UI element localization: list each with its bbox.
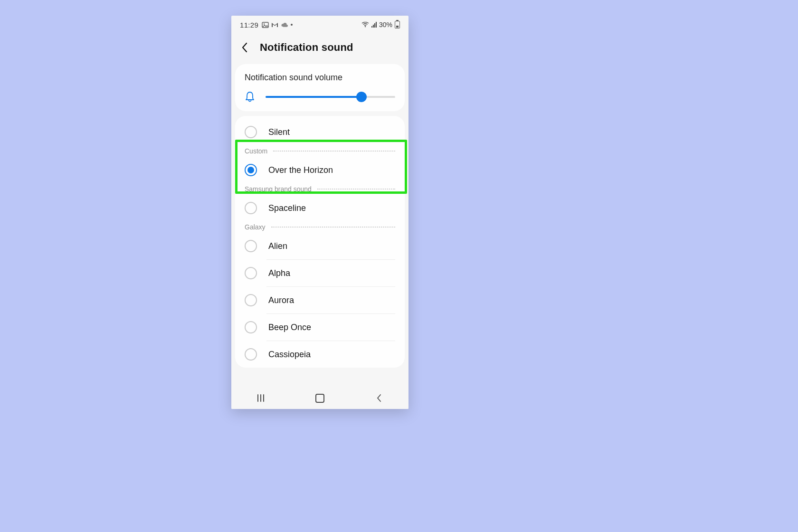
section-header-samsung: Samsung brand sound <box>235 183 405 195</box>
battery-icon <box>395 21 400 28</box>
image-icon <box>262 22 269 28</box>
radio-unchecked-icon <box>245 294 257 306</box>
sound-option-alien[interactable]: Alien <box>235 233 405 259</box>
more-notifications-dot-icon <box>291 24 293 26</box>
section-divider-dots <box>273 151 395 152</box>
status-time: 11:29 <box>240 21 258 29</box>
phone-frame: 11:29 30% <box>231 16 408 409</box>
sound-option-cassiopeia[interactable]: Cassiopeia <box>235 341 405 368</box>
sound-option-label: Alpha <box>268 268 290 278</box>
sound-option-alpha[interactable]: Alpha <box>235 260 405 286</box>
section-label: Custom <box>245 147 267 155</box>
section-label: Samsung brand sound <box>245 185 312 193</box>
section-label: Galaxy <box>245 223 266 231</box>
sound-option-spaceline[interactable]: Spaceline <box>235 195 405 221</box>
volume-label: Notification sound volume <box>245 73 395 83</box>
section-header-galaxy: Galaxy <box>235 221 405 233</box>
slider-track-fill <box>266 96 361 98</box>
volume-slider[interactable] <box>266 93 395 101</box>
sound-option-over-the-horizon[interactable]: Over the Horizon <box>235 157 405 183</box>
app-header: Notification sound <box>231 34 408 61</box>
slider-thumb[interactable] <box>356 92 367 102</box>
android-nav-bar <box>231 387 408 409</box>
home-icon <box>315 394 324 403</box>
sound-option-label: Over the Horizon <box>268 165 333 175</box>
bell-icon <box>245 91 255 103</box>
sound-option-silent[interactable]: Silent <box>235 119 405 145</box>
sound-option-label: Beep Once <box>268 323 311 332</box>
cloud-icon <box>281 22 288 28</box>
volume-card: Notification sound volume <box>235 64 405 111</box>
signal-icon <box>371 22 377 28</box>
battery-percent: 30% <box>379 21 392 28</box>
sound-option-beep-once[interactable]: Beep Once <box>235 314 405 341</box>
sound-option-label: Alien <box>268 241 287 251</box>
radio-unchecked-icon <box>245 240 257 252</box>
sound-option-label: Aurora <box>268 295 294 305</box>
status-right: 30% <box>361 21 400 28</box>
sound-option-label: Cassiopeia <box>268 350 311 360</box>
radio-unchecked-icon <box>245 348 257 361</box>
page-title: Notification sound <box>260 41 353 54</box>
nav-recents-button[interactable] <box>247 390 275 406</box>
status-bar: 11:29 30% <box>231 16 408 34</box>
sound-option-label: Silent <box>268 127 290 137</box>
gmail-icon <box>271 22 278 28</box>
recents-icon <box>257 394 264 402</box>
sound-option-aurora[interactable]: Aurora <box>235 287 405 314</box>
svg-point-1 <box>264 23 265 24</box>
status-left: 11:29 <box>240 21 293 29</box>
radio-unchecked-icon <box>245 202 257 214</box>
status-notif-icons <box>262 22 293 28</box>
radio-unchecked-icon <box>245 321 257 333</box>
nav-home-button[interactable] <box>305 390 334 406</box>
radio-checked-icon <box>245 164 257 176</box>
svg-point-2 <box>365 26 366 27</box>
section-header-custom: Custom <box>235 145 405 157</box>
sound-list-card: Silent Custom Over the Horizon Samsung b… <box>235 116 405 368</box>
nav-back-button[interactable] <box>365 390 393 406</box>
radio-unchecked-icon <box>245 267 257 279</box>
sound-option-label: Spaceline <box>268 203 306 213</box>
radio-unchecked-icon <box>245 126 257 138</box>
chevron-left-icon <box>376 394 382 402</box>
wifi-icon <box>361 22 369 28</box>
section-divider-dots <box>271 227 395 228</box>
chevron-left-icon <box>241 42 248 53</box>
back-button[interactable] <box>237 40 252 55</box>
section-divider-dots <box>317 189 395 190</box>
